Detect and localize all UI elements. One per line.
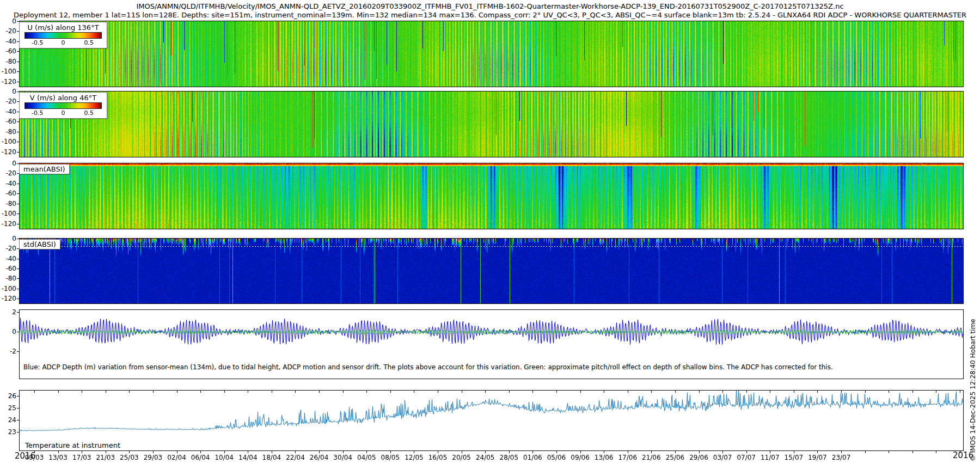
x-tick-label: 22/04 <box>286 454 305 461</box>
x-tick-mark <box>746 450 747 453</box>
x-tick-mark-inner <box>604 391 604 393</box>
colorbar-tick-label: 0 <box>62 109 65 117</box>
y-tick-mark <box>17 51 20 52</box>
x-tick-mark <box>82 450 82 453</box>
x-tick-mark <box>865 450 866 453</box>
x-tick-mark <box>556 450 557 453</box>
y-tick-label: -20 <box>0 169 16 177</box>
x-tick-label: 16/05 <box>428 454 448 461</box>
x-tick-mark <box>841 450 842 453</box>
x-tick-mark-inner <box>485 391 486 393</box>
y-tick-mark <box>17 278 20 279</box>
x-tick-mark <box>817 450 818 453</box>
x-tick-mark <box>889 450 889 453</box>
x-tick-label: 30/04 <box>333 454 352 461</box>
y-tick-label: 0 <box>0 328 16 336</box>
x-tick-mark-inner <box>770 391 770 393</box>
y-tick-label: -120 <box>0 220 16 228</box>
y-tick-mark <box>17 224 20 224</box>
y-tick-mark <box>17 62 20 62</box>
x-tick-mark-inner <box>509 391 510 393</box>
y-tick-label: -20 <box>0 245 16 252</box>
panel-u-velocity-heatmap: U (m/s) along 136°T -0.5 0 0.5 0-20-40-6… <box>19 21 964 87</box>
y-tick-label: -40 <box>0 180 16 187</box>
colorbar-tick-label: 0 <box>62 39 65 46</box>
y-tick-label: -20 <box>0 27 16 35</box>
depth-annotation: Blue: ADCP Depth (m) variation from sens… <box>22 363 834 371</box>
x-tick-label: 03/07 <box>713 454 732 461</box>
legend-u-velocity: U (m/s) along 136°T -0.5 0 0.5 <box>19 22 107 48</box>
mean-absi-heatmap-canvas <box>20 163 963 229</box>
y-tick-mark <box>17 71 20 72</box>
y-tick-label: 0 <box>0 17 16 25</box>
panel-depth-variation: Blue: ADCP Depth (m) variation from sens… <box>19 309 964 379</box>
x-tick-mark-inner <box>295 391 296 393</box>
x-tick-mark-inner <box>722 391 723 393</box>
std-absi-heatmap-canvas <box>20 239 963 303</box>
figure-title: IMOS/ANMN/QLD/ITFMHB/Velocity/IMOS_ANMN-… <box>0 2 980 10</box>
x-tick-mark <box>532 450 533 453</box>
x-tick-mark-inner <box>82 391 82 393</box>
x-tick-label: 28/05 <box>500 454 519 461</box>
y-tick-label: 2 <box>0 308 16 316</box>
x-tick-mark <box>153 450 154 453</box>
x-tick-mark <box>438 450 438 453</box>
x-tick-mark-inner <box>675 391 676 393</box>
x-tick-mark-inner <box>224 391 225 393</box>
x-tick-label: 13/06 <box>595 454 614 461</box>
x-tick-mark <box>462 450 462 453</box>
x-tick-mark <box>722 450 723 453</box>
x-tick-mark-inner <box>106 391 106 393</box>
y-tick-label: -80 <box>0 58 16 65</box>
colorbar-tick-label: -0.5 <box>32 39 43 46</box>
x-tick-label: 06/04 <box>191 454 210 461</box>
colorbar-u-ticklabels: -0.5 0 0.5 <box>24 39 102 47</box>
imos-watermark: © IMOS 14-Dec-2025 12:28:40 Hobart time <box>969 319 977 461</box>
x-tick-label: 29/06 <box>689 454 708 461</box>
x-tick-mark-inner <box>390 391 391 393</box>
x-tick-mark <box>390 450 391 453</box>
x-tick-mark <box>651 450 652 453</box>
x-tick-label: 15/07 <box>785 454 804 461</box>
x-tick-mark-inner <box>889 391 889 393</box>
x-tick-mark-inner <box>628 391 628 393</box>
x-tick-mark <box>129 450 130 453</box>
y-tick-label: -80 <box>0 275 16 282</box>
x-tick-mark <box>604 450 604 453</box>
y-tick-mark <box>17 184 20 184</box>
x-tick-mark <box>177 450 177 453</box>
y-tick-mark <box>17 121 20 122</box>
legend-u-title: U (m/s) along 136°T <box>24 23 102 32</box>
x-tick-mark <box>58 450 59 453</box>
y-tick-label: -60 <box>0 265 16 272</box>
y-tick-mark <box>17 82 20 82</box>
x-tick-mark-inner <box>462 391 462 393</box>
x-tick-mark-inner <box>651 391 652 393</box>
y-tick-label: -80 <box>0 200 16 208</box>
x-axis-year-left: 2016 <box>15 451 35 461</box>
y-tick-label: -100 <box>0 210 16 217</box>
x-tick-mark-inner <box>248 391 248 393</box>
x-tick-mark-inner <box>960 391 960 393</box>
legend-mean-absi-title: mean(ABSI) <box>20 165 69 174</box>
x-tick-label: 20/05 <box>452 454 471 461</box>
x-tick-mark <box>794 450 794 453</box>
temperature-line-canvas <box>20 391 963 450</box>
y-tick-label: -20 <box>0 98 16 105</box>
x-tick-label: 02/04 <box>167 454 186 461</box>
legend-std-absi: std(ABSI) <box>19 239 60 249</box>
x-tick-label: 10/04 <box>215 454 234 461</box>
colorbar-v-ticklabels: -0.5 0 0.5 <box>24 109 102 117</box>
y-tick-mark <box>17 289 20 289</box>
x-tick-mark-inner <box>580 391 581 393</box>
x-tick-mark-inner <box>746 391 747 393</box>
y-tick-mark <box>17 259 20 259</box>
x-tick-label: 17/03 <box>72 454 91 461</box>
x-tick-mark <box>414 450 414 453</box>
colorbar-tick-label: 0.5 <box>84 39 94 46</box>
y-tick-mark <box>17 312 20 313</box>
y-tick-mark <box>17 408 20 409</box>
legend-mean-absi: mean(ABSI) <box>19 164 70 174</box>
x-tick-mark <box>319 450 320 453</box>
y-tick-label: -100 <box>0 138 16 145</box>
